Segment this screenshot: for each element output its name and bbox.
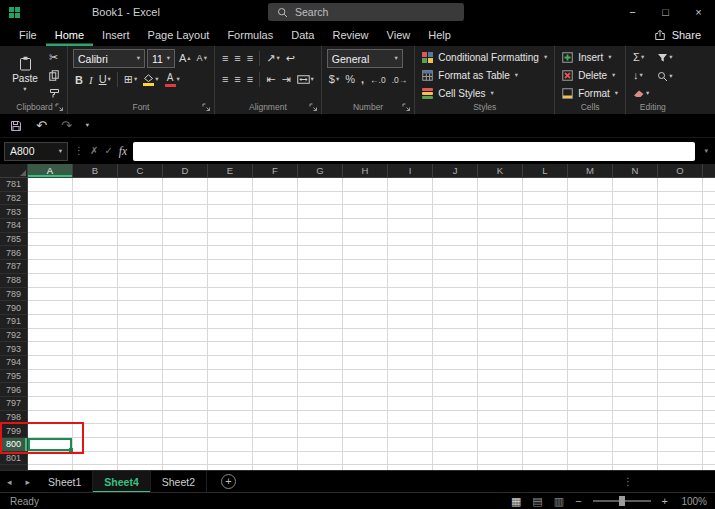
grid-cell[interactable] [118,246,163,260]
format-cells-button[interactable]: Format ▾ [560,85,620,101]
row-header[interactable]: 784 [0,219,28,233]
grid-cell[interactable] [118,178,163,192]
customize-quick-access-button[interactable]: ▾ [86,122,89,129]
grid-cell[interactable] [163,315,208,329]
grid-cell[interactable] [28,246,73,260]
grid-cell[interactable] [523,315,568,329]
grid-cell[interactable] [298,452,343,466]
center-button[interactable]: ≡ [232,71,242,88]
grid-cell[interactable] [208,301,253,315]
sheet-nav-left-button[interactable]: ◂ [0,477,19,487]
enter-button[interactable]: ✓ [104,146,112,156]
grid-cell[interactable] [118,411,163,425]
grid-cell[interactable] [73,233,118,247]
column-header[interactable]: I [388,164,433,178]
grid-cell[interactable] [523,438,568,452]
grid-cell[interactable] [433,342,478,356]
grid-cell[interactable] [163,178,208,192]
grid-cell[interactable] [613,301,658,315]
grid-cell[interactable] [28,356,73,370]
grid-cell[interactable] [523,233,568,247]
tab-home[interactable]: Home [46,24,93,46]
copy-button[interactable] [47,67,62,83]
grid-cell[interactable] [118,438,163,452]
grid-cell[interactable] [208,233,253,247]
grid-cell[interactable] [478,192,523,206]
column-header[interactable]: A [28,164,73,178]
grid-cell[interactable] [343,315,388,329]
column-header[interactable]: O [658,164,703,178]
save-button[interactable] [10,120,22,132]
grid-cell[interactable] [433,178,478,192]
grid-cell[interactable] [343,288,388,302]
grid-cell[interactable] [73,178,118,192]
grid-cell[interactable] [478,219,523,233]
grid-cell[interactable] [658,424,703,438]
grid-cell[interactable] [163,205,208,219]
grid-cell[interactable] [253,288,298,302]
grid-cell[interactable] [478,301,523,315]
number-dialog-launcher[interactable] [402,103,411,112]
grid-cell[interactable] [433,233,478,247]
grid-cell[interactable] [73,438,118,452]
grid-cell[interactable] [433,356,478,370]
row-header[interactable]: 791 [0,315,28,329]
grid-cell[interactable] [298,438,343,452]
grid-cell[interactable] [28,383,73,397]
grid-cell[interactable] [73,383,118,397]
grid-cell[interactable] [28,370,73,384]
tab-review[interactable]: Review [323,24,377,46]
grid-cell[interactable] [523,411,568,425]
font-dialog-launcher[interactable] [202,103,211,112]
grid-cell[interactable] [163,383,208,397]
grid-cell[interactable] [613,383,658,397]
grid-cell[interactable] [478,205,523,219]
grid-cell[interactable] [73,465,118,470]
column-header[interactable]: L [523,164,568,178]
grid-cell[interactable] [433,452,478,466]
normal-view-button[interactable]: ▦ [511,496,521,507]
grid-cell[interactable] [163,329,208,343]
select-all-corner[interactable] [0,164,28,178]
grid-cell[interactable] [118,192,163,206]
grid-cell[interactable] [388,178,433,192]
grid-cell[interactable] [658,397,703,411]
increase-indent-button[interactable]: ⇥ [279,71,292,88]
grid-cell[interactable] [568,205,613,219]
sheet-nav-right-button[interactable]: ▸ [19,477,38,487]
grid-cell[interactable] [73,246,118,260]
grid-cell[interactable] [478,178,523,192]
grid-cell[interactable] [613,465,658,470]
grid-cell[interactable] [298,178,343,192]
format-as-table-button[interactable]: Format as Table ▾ [420,67,549,83]
grid-cell[interactable] [118,342,163,356]
grid-cell[interactable] [73,192,118,206]
font-size-select[interactable]: 11▾ [147,49,175,68]
underline-button[interactable]: U▾ [97,71,113,88]
cut-button[interactable]: ✂ [47,49,62,65]
zoom-level[interactable]: 100% [679,496,707,507]
grid-cell[interactable] [433,219,478,233]
grid-cell[interactable] [613,246,658,260]
grid-cell[interactable] [253,178,298,192]
grid-cell[interactable] [568,452,613,466]
grid-cell[interactable] [433,397,478,411]
grid-cell[interactable] [208,465,253,470]
search-box[interactable]: Search [268,3,464,21]
grid-cell[interactable] [298,205,343,219]
undo-button[interactable]: ↶ [36,119,47,132]
grid-cell[interactable] [163,233,208,247]
grid-cell[interactable] [73,411,118,425]
grid-cell[interactable] [478,397,523,411]
grid-cell[interactable] [478,438,523,452]
column-header[interactable]: B [73,164,118,178]
grid-cell[interactable] [298,465,343,470]
percent-style-button[interactable]: % [343,71,357,88]
grid-cell[interactable] [73,356,118,370]
row-header[interactable]: 798 [0,411,28,425]
italic-button[interactable]: I [87,71,95,88]
row-header[interactable]: 792 [0,329,28,343]
page-break-view-button[interactable]: ▥ [554,496,564,507]
grid-cell[interactable] [568,219,613,233]
insert-cells-button[interactable]: Insert ▾ [560,49,620,65]
